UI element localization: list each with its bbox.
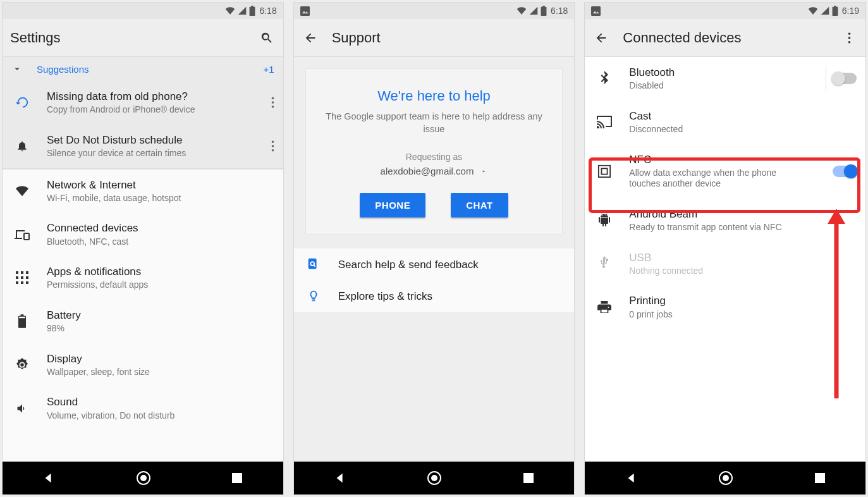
suggestions-label: Suggestions [37, 64, 250, 75]
status-bar: 6:18 [294, 3, 575, 19]
support-heading: We're here to help [319, 88, 550, 104]
nav-back[interactable] [626, 472, 637, 484]
row-title: Battery [47, 309, 274, 322]
phone-support: 6:18 Support We're here to help The Goog… [293, 2, 575, 495]
row-sub: Wi-Fi, mobile, data usage, hotspot [47, 193, 274, 204]
app-bar: Connected devices [585, 19, 865, 57]
row-title: Sound [47, 395, 274, 408]
nav-back[interactable] [43, 472, 54, 484]
row-connected-devices[interactable]: Connected devices Bluetooth, NFC, cast [3, 212, 283, 256]
apps-icon [11, 271, 33, 284]
row-nfc[interactable]: NFC Allow data exchange when the phone t… [585, 144, 865, 199]
svg-rect-13 [21, 281, 23, 284]
row-title: Android Beam [629, 207, 857, 221]
search-doc-icon [303, 257, 324, 271]
chat-button[interactable]: CHAT [451, 193, 508, 218]
wifi-icon [517, 6, 527, 15]
row-sub: Allow data exchange when the phone touch… [629, 168, 793, 190]
suggestion-missing-data[interactable]: Missing data from old phone? Copy from A… [3, 81, 283, 125]
suggestions-header[interactable]: Suggestions +1 [3, 57, 283, 81]
nav-recent[interactable] [523, 473, 534, 483]
svg-rect-24 [523, 473, 534, 483]
page-title: Connected devices [623, 30, 828, 46]
nav-home[interactable] [136, 470, 151, 486]
back-icon[interactable] [302, 31, 319, 45]
wifi-icon [225, 6, 235, 15]
row-sub: Permissions, default apps [47, 279, 274, 291]
row-title: Network & Internet [47, 178, 274, 192]
nav-back[interactable] [334, 472, 346, 484]
row-sub: Disconnected [629, 124, 857, 135]
nav-recent[interactable] [232, 473, 242, 483]
row-sound[interactable]: Sound Volume, vibration, Do not disturb [3, 386, 283, 422]
lightbulb-icon [303, 289, 324, 303]
status-time: 6:19 [842, 6, 859, 16]
svg-rect-30 [602, 168, 608, 174]
row-printing[interactable]: Printing 0 print jobs [585, 285, 865, 329]
nav-home[interactable] [718, 470, 733, 486]
row-sub: 0 print jobs [629, 309, 857, 321]
more-icon[interactable] [840, 32, 858, 44]
svg-rect-29 [599, 165, 610, 176]
battery-icon [832, 6, 838, 16]
suggestion-title: Set Do Not Disturb schedule [47, 133, 257, 147]
nav-recent[interactable] [815, 473, 825, 483]
svg-rect-7 [21, 271, 23, 274]
more-icon[interactable] [271, 140, 274, 152]
row-sub: Wallpaper, sleep, font size [47, 367, 274, 378]
svg-point-3 [271, 141, 274, 144]
battery-icon [11, 314, 33, 328]
row-cast[interactable]: Cast Disconnected [585, 101, 865, 144]
row-sub: Volume, vibration, Do not disturb [47, 410, 274, 422]
svg-rect-18 [232, 473, 242, 483]
search-icon[interactable] [258, 31, 276, 45]
account-dropdown[interactable]: alexdobie@gmail.com [319, 166, 550, 176]
row-title: Display [47, 352, 274, 365]
row-tips[interactable]: Explore tips & tricks [294, 280, 575, 312]
svg-rect-20 [308, 259, 316, 269]
more-icon[interactable] [271, 97, 274, 108]
bluetooth-toggle[interactable] [833, 73, 857, 84]
phone-button[interactable]: PHONE [360, 193, 425, 218]
row-network[interactable]: Network & Internet Wi-Fi, mobile, data u… [3, 169, 283, 213]
support-card: We're here to help The Google support te… [305, 68, 563, 235]
nav-bar [3, 462, 283, 494]
svg-rect-9 [16, 276, 18, 279]
row-android-beam[interactable]: Android Beam Ready to transmit app conte… [585, 199, 865, 242]
row-title: USB [629, 251, 857, 264]
svg-point-0 [271, 97, 274, 100]
settings-content: Suggestions +1 Missing data from old pho… [3, 57, 283, 462]
back-icon[interactable] [592, 31, 610, 45]
row-search-help[interactable]: Search help & send feedback [294, 248, 575, 280]
nav-bar [585, 462, 865, 494]
nfc-toggle[interactable] [833, 166, 857, 177]
row-display[interactable]: Display Wallpaper, sleep, font size [3, 343, 283, 387]
svg-rect-19 [300, 6, 310, 16]
row-title: Connected devices [47, 221, 274, 235]
svg-rect-10 [21, 276, 23, 279]
svg-point-26 [848, 32, 850, 35]
row-sub: Disabled [629, 80, 805, 92]
svg-point-27 [848, 37, 850, 39]
nav-home[interactable] [427, 470, 442, 486]
suggestions-count: +1 [264, 64, 274, 75]
brightness-icon [11, 358, 33, 372]
svg-rect-14 [26, 281, 28, 284]
status-bar: 6:19 [585, 3, 865, 19]
row-title: Cast [629, 109, 857, 123]
connected-content: Bluetooth Disabled Cast Disconnected NFC… [585, 57, 865, 462]
svg-point-17 [140, 475, 147, 481]
chevron-down-icon [480, 168, 487, 175]
svg-rect-6 [16, 271, 18, 274]
devices-icon [11, 229, 33, 240]
row-title: Search help & send feedback [338, 258, 566, 271]
suggestion-dnd[interactable]: Set Do Not Disturb schedule Silence your… [3, 125, 283, 168]
cell-signal-icon [529, 6, 538, 15]
picture-icon [591, 6, 601, 16]
row-bluetooth[interactable]: Bluetooth Disabled [585, 57, 865, 101]
battery-icon [541, 6, 547, 16]
battery-icon [249, 6, 255, 16]
row-battery[interactable]: Battery 98% [3, 300, 283, 343]
page-title: Support [332, 30, 567, 46]
row-apps[interactable]: Apps & notifications Permissions, defaul… [3, 256, 283, 300]
